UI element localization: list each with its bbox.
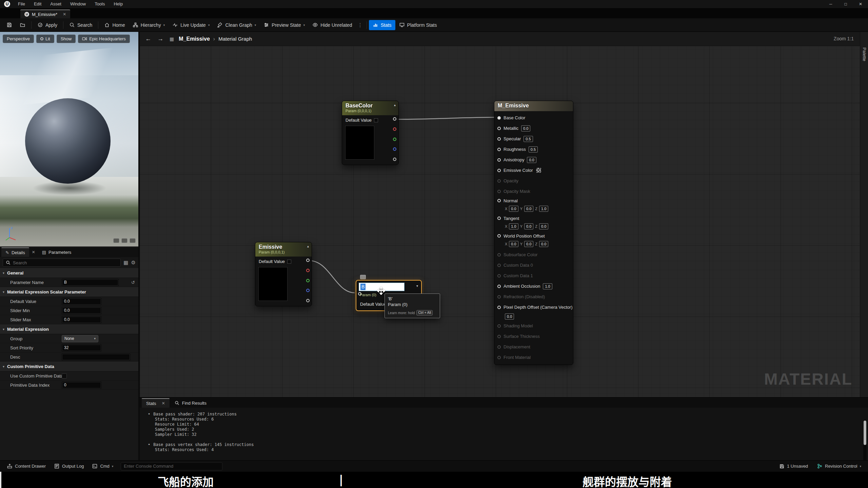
graph-list-icon[interactable]: ▦ (168, 36, 175, 42)
output-pin-rgba[interactable] (306, 259, 310, 262)
field-desc[interactable] (62, 353, 130, 361)
menu-item-edit[interactable]: Edit (29, 0, 46, 8)
output-pin-r[interactable] (306, 269, 310, 272)
section-header-general[interactable]: ▾General (0, 268, 138, 278)
tab-close-icon[interactable]: ✕ (63, 12, 66, 17)
content-drawer-button[interactable]: Content Drawer (3, 462, 49, 471)
viewport-option-icon[interactable] (113, 238, 119, 243)
scrollbar-thumb[interactable] (864, 421, 866, 445)
unsaved-indicator-button[interactable]: 1 Unsaved (776, 462, 811, 471)
tab-details[interactable]: ✎Details (1, 247, 29, 257)
collapse-icon[interactable]: ▴ (307, 244, 309, 248)
asset-tab-m-emissive[interactable]: U M_Emissive* ✕ (20, 9, 70, 18)
field-slider-max[interactable]: 0.0 (62, 316, 101, 323)
pin-refraction-disabled[interactable] (497, 295, 501, 299)
live-update-button[interactable]: Live Update▾ (169, 20, 213, 30)
pin-shading-model[interactable] (497, 324, 501, 328)
pin-world-position-offset[interactable] (497, 234, 501, 238)
node-emissive[interactable]: Emissive Param (0,0,0,1) ▴ Default Value (255, 242, 312, 306)
material-preview-viewport[interactable]: Perspective Lit Show Epic Headquarters z (0, 32, 138, 246)
browse-to-asset-button[interactable] (16, 20, 29, 30)
hide-unrelated-button[interactable]: Hide Unrelated (309, 20, 356, 30)
camera-preset-button[interactable]: Epic Headquarters (78, 35, 130, 43)
minimize-button[interactable]: ─ (823, 0, 838, 8)
field-default-value[interactable]: 0.0 (62, 298, 101, 305)
unreal-logo-icon[interactable]: U (4, 1, 10, 7)
stats-scrollbar[interactable] (863, 420, 867, 461)
pin-metallic[interactable] (497, 127, 501, 130)
output-pin-a[interactable] (393, 158, 396, 161)
pin-base-color[interactable] (497, 116, 501, 120)
menu-item-help[interactable]: Help (109, 0, 127, 8)
revision-control-button[interactable]: Revision Control▾ (813, 462, 865, 471)
back-arrow-icon[interactable]: ← (144, 35, 153, 42)
home-button[interactable]: Home (100, 20, 129, 30)
output-pin-g[interactable] (306, 279, 310, 282)
section-header-material-expression-scalar-parameter[interactable]: ▾Material Expression Scalar Parameter (0, 287, 138, 297)
pin-opacity[interactable] (497, 179, 501, 183)
output-pin-rgba[interactable] (393, 117, 396, 121)
node-basecolor[interactable]: BaseColor Param (0,0,0,1) ▴ Default Valu… (342, 101, 399, 165)
material-graph-canvas[interactable]: ← → ▦ M_Emissive › Material Graph Zoom 1… (138, 32, 868, 397)
pin-displacement[interactable] (497, 345, 501, 349)
menu-item-window[interactable]: Window (66, 0, 90, 8)
default-value-swatch[interactable] (287, 260, 291, 264)
pin-anisotropy[interactable] (497, 158, 501, 162)
field-parameter-name[interactable]: B (62, 279, 119, 286)
pin-custom-data-1[interactable] (497, 274, 501, 278)
tab-stats[interactable]: Stats✕ (142, 398, 170, 408)
clean-graph-button[interactable]: Clean Graph▾ (213, 20, 260, 30)
pin-specular[interactable] (497, 137, 501, 141)
dropdown-group[interactable]: None▾ (62, 335, 98, 342)
pin-ambient-occlusion[interactable] (497, 285, 501, 288)
pin-roughness[interactable] (497, 148, 501, 151)
pin-normal[interactable] (497, 199, 501, 202)
close-button[interactable]: ✕ (853, 0, 868, 8)
palette-side-tab[interactable]: Palette (860, 32, 868, 397)
apply-button[interactable]: Apply (34, 20, 61, 30)
forward-arrow-icon[interactable]: → (156, 35, 165, 42)
details-tab-close-icon[interactable]: ✕ (30, 250, 37, 255)
output-pin-b[interactable] (306, 289, 310, 292)
pin-custom-data-0[interactable] (497, 264, 501, 267)
pin-front-material[interactable] (497, 356, 501, 359)
platform-stats-button[interactable]: Platform Stats (395, 20, 441, 30)
maximize-button[interactable]: □ (838, 0, 853, 8)
pin-subsurface-color[interactable] (497, 253, 501, 257)
perspective-button[interactable]: Perspective (3, 35, 34, 43)
checkbox-use-custom-primitive-data[interactable] (62, 373, 67, 379)
section-header-custom-primitive-data[interactable]: ▾Custom Primitive Data (0, 362, 138, 371)
details-search-box[interactable] (3, 259, 121, 267)
default-value-swatch[interactable] (374, 118, 378, 122)
reset-icon[interactable]: ↺ (131, 280, 135, 285)
comment-bubble-toggle[interactable] (360, 275, 366, 279)
field-primitive-data-index[interactable]: 0 (62, 382, 101, 389)
settings-gear-icon[interactable]: ⚙ (131, 260, 136, 266)
output-pin-b[interactable] (393, 147, 396, 151)
menu-item-asset[interactable]: Asset (46, 0, 66, 8)
menu-item-file[interactable]: File (14, 0, 29, 8)
pin-emissive-color[interactable] (497, 169, 501, 172)
field-sort-priority[interactable]: 32 (62, 344, 101, 351)
pin-pixel-depth-offset-camera-vector[interactable] (497, 306, 501, 309)
section-header-material-expression[interactable]: ▾Material Expression (0, 324, 138, 334)
tab-find-results[interactable]: Find Results (170, 398, 211, 408)
lit-mode-button[interactable]: Lit (36, 35, 54, 43)
cmd-dropdown-button[interactable]: Cmd▾ (88, 462, 117, 471)
breadcrumb-current[interactable]: Material Graph (218, 36, 252, 42)
show-menu-button[interactable]: Show (57, 35, 76, 43)
details-search-input[interactable] (13, 260, 118, 265)
output-log-button[interactable]: Output Log (51, 462, 87, 471)
display-filter-icon[interactable]: ▦ (123, 260, 128, 266)
output-pin-r[interactable] (393, 127, 396, 131)
output-pin-g[interactable] (393, 138, 396, 141)
pin-tangent[interactable] (497, 217, 501, 220)
hierarchy-button[interactable]: Hierarchy▾ (129, 20, 169, 30)
menu-item-tools[interactable]: Tools (90, 0, 109, 8)
collapse-icon[interactable]: ▴ (394, 103, 396, 107)
console-command-input[interactable] (121, 462, 222, 470)
stats-tab-close-icon[interactable]: ✕ (162, 401, 165, 406)
save-button[interactable] (3, 20, 16, 30)
field-slider-min[interactable]: 0.0 (62, 307, 101, 314)
tab-parameters[interactable]: ▤Parameters (38, 247, 76, 257)
